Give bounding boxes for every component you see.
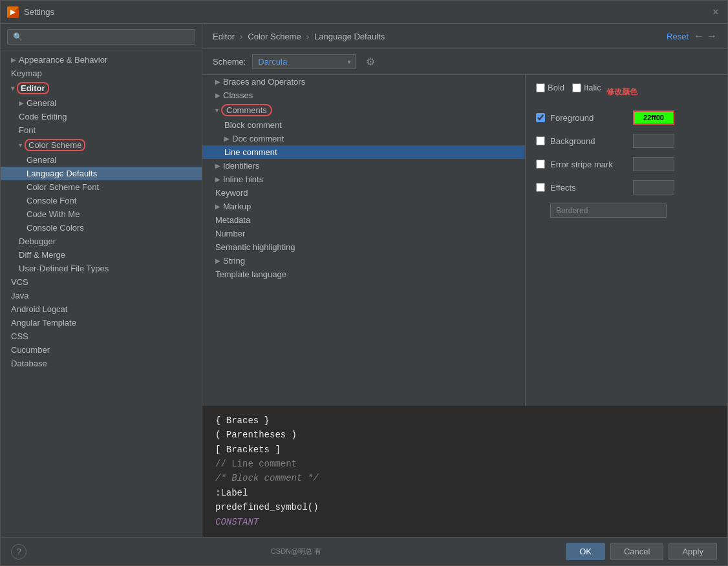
effects-checkbox[interactable] (536, 183, 545, 192)
preview-line-comment: // Line comment (215, 457, 714, 471)
sidebar-item-code-editing[interactable]: Code Editing (1, 110, 202, 123)
arrow-icon: ▶ (19, 100, 24, 107)
sidebar-item-appearance[interactable]: ▶ Appearance & Behavior (1, 53, 202, 67)
element-markup[interactable]: ▶ Markup (202, 200, 525, 213)
sidebar-item-angular[interactable]: Angular Template (1, 316, 202, 330)
element-identifiers[interactable]: ▶ Identifiers (202, 159, 525, 173)
sidebar-item-css[interactable]: CSS (1, 330, 202, 343)
reset-button[interactable]: Reset (667, 32, 689, 41)
bold-italic-row: Bold Italic (536, 83, 601, 92)
editor-panel: ▶ Braces and Operators ▶ Classes ▾ Comme… (202, 75, 727, 406)
foreground-checkbox[interactable] (536, 113, 545, 122)
background-row: Background (536, 134, 717, 148)
element-comments[interactable]: ▾ Comments (202, 102, 525, 118)
sidebar-item-cs-font[interactable]: Color Scheme Font (1, 180, 202, 194)
sidebar-item-keymap[interactable]: Keymap (1, 67, 202, 80)
effects-dropdown-row: Bordered (550, 204, 717, 218)
scheme-select[interactable]: Darcula IntelliJ Light High Contrast (252, 54, 356, 69)
sidebar-item-debugger[interactable]: Debugger (1, 235, 202, 248)
foreground-color-swatch[interactable]: 22ff00 (633, 110, 674, 125)
arrow-icon: ▶ (215, 92, 220, 99)
element-keyword[interactable]: Keyword (202, 186, 525, 200)
sidebar-item-console-colors[interactable]: Console Colors (1, 221, 202, 235)
sidebar-item-color-scheme[interactable]: ▾ Color Scheme (1, 137, 202, 153)
effects-label: Effects (550, 183, 628, 193)
cancel-button[interactable]: Cancel (610, 543, 663, 560)
bold-item: Bold (536, 83, 564, 92)
sidebar-item-java[interactable]: Java (1, 289, 202, 302)
sidebar-item-general[interactable]: ▶ General (1, 96, 202, 110)
settings-window: ▶ Settings × ▶ Appearance & Behavior Key… (0, 0, 728, 566)
error-stripe-color-swatch[interactable] (633, 157, 674, 171)
effects-color-swatch[interactable] (633, 180, 674, 194)
breadcrumb-color-scheme[interactable]: Color Scheme (248, 32, 301, 41)
main-panel: Editor › Color Scheme › Language Default… (202, 24, 727, 537)
element-classes[interactable]: ▶ Classes (202, 89, 525, 102)
sidebar-item-android-logcat[interactable]: Android Logcat (1, 302, 202, 316)
title-bar: ▶ Settings × (1, 1, 727, 24)
background-color-swatch[interactable] (633, 134, 674, 148)
arrow-icon: ▶ (215, 257, 220, 264)
sidebar-item-database[interactable]: Database (1, 357, 202, 370)
arrow-icon: ▾ (19, 142, 22, 149)
nav-arrows: ← → (694, 30, 717, 42)
app-icon: ▶ (7, 6, 19, 18)
preview-braces: { Braces } (215, 414, 714, 428)
sidebar-item-code-with-me[interactable]: Code With Me (1, 207, 202, 221)
breadcrumb-sep-1: › (240, 32, 242, 41)
element-inline-hints[interactable]: ▶ Inline hints (202, 173, 525, 186)
breadcrumb-editor[interactable]: Editor (213, 32, 235, 41)
scheme-label: Scheme: (213, 57, 246, 67)
help-button[interactable]: ? (11, 544, 27, 560)
element-doc-comment[interactable]: ▶ Doc comment (202, 132, 525, 145)
element-metadata[interactable]: Metadata (202, 213, 525, 227)
italic-checkbox[interactable] (572, 83, 581, 92)
arrow-icon: ▶ (215, 162, 220, 169)
arrow-icon: ▾ (215, 107, 219, 114)
element-line-comment[interactable]: Line comment (202, 145, 525, 159)
search-input[interactable] (7, 29, 195, 45)
error-stripe-row: Error stripe mark (536, 157, 717, 171)
arrow-icon: ▶ (224, 135, 230, 142)
italic-item: Italic (572, 83, 601, 92)
sidebar-item-language-defaults[interactable]: Language Defaults (1, 167, 202, 180)
window-title: Settings (24, 7, 711, 17)
gear-button[interactable]: ⚙ (362, 54, 379, 69)
error-stripe-checkbox[interactable] (536, 160, 545, 169)
element-string[interactable]: ▶ String (202, 254, 525, 267)
sidebar-item-user-defined[interactable]: User-Defined File Types (1, 262, 202, 275)
close-button[interactable]: × (711, 7, 721, 17)
element-semantic[interactable]: Semantic highlighting (202, 240, 525, 254)
scheme-dropdown[interactable]: Darcula IntelliJ Light High Contrast (252, 54, 356, 69)
settings-tree: ▶ Appearance & Behavior Keymap ▾ Editor … (1, 50, 202, 537)
error-stripe-label: Error stripe mark (550, 160, 628, 169)
preview-label: :Label (215, 486, 714, 500)
sidebar-item-cs-general[interactable]: General (1, 153, 202, 167)
apply-button[interactable]: Apply (669, 543, 717, 560)
effects-row: Effects (536, 180, 717, 194)
ok-button[interactable]: OK (566, 543, 605, 560)
annotation-text: 修改颜色 (606, 87, 637, 98)
sidebar-item-editor[interactable]: ▾ Editor (1, 80, 202, 96)
sidebar-item-cucumber[interactable]: Cucumber (1, 343, 202, 357)
element-braces[interactable]: ▶ Braces and Operators (202, 75, 525, 89)
sidebar-item-console-font[interactable]: Console Font (1, 194, 202, 207)
sidebar: ▶ Appearance & Behavior Keymap ▾ Editor … (1, 24, 202, 537)
sidebar-item-font[interactable]: Font (1, 123, 202, 137)
arrow-icon: ▶ (215, 78, 220, 85)
foreground-color-value: 22ff00 (643, 114, 664, 121)
bold-label: Bold (548, 83, 564, 92)
element-template[interactable]: Template language (202, 267, 525, 281)
forward-arrow[interactable]: → (707, 30, 717, 42)
preview-constant: CONSTANT (215, 515, 714, 529)
arrow-icon: ▶ (215, 176, 220, 183)
search-box (1, 24, 202, 50)
back-arrow[interactable]: ← (694, 30, 704, 42)
bold-checkbox[interactable] (536, 83, 545, 92)
sidebar-item-vcs[interactable]: VCS (1, 275, 202, 289)
sidebar-item-diff-merge[interactable]: Diff & Merge (1, 248, 202, 262)
element-block-comment[interactable]: Block comment (202, 118, 525, 132)
element-number[interactable]: Number (202, 227, 525, 240)
background-checkbox[interactable] (536, 136, 545, 145)
effects-dropdown[interactable]: Bordered (550, 204, 667, 218)
